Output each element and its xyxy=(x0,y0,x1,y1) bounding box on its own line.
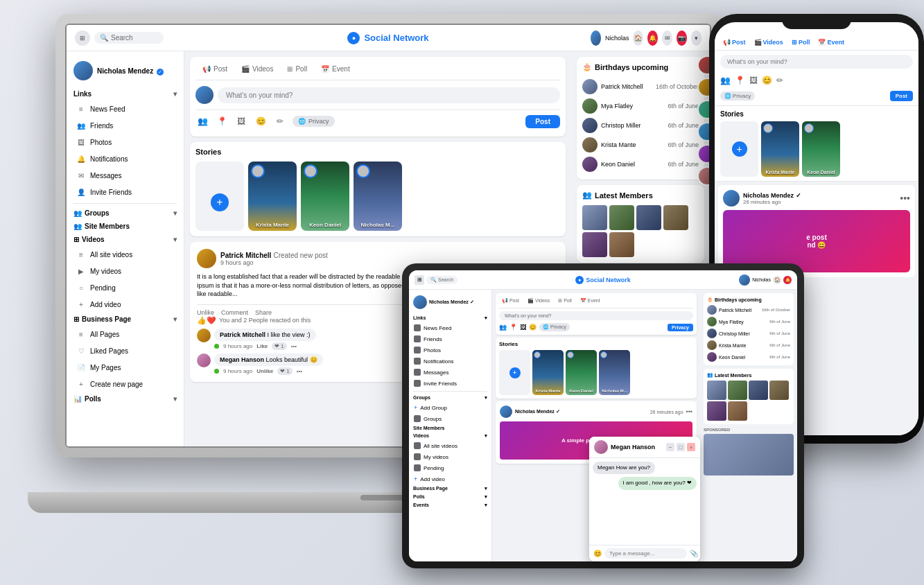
tablet-events-header[interactable]: Events▾ xyxy=(409,501,491,509)
more-icon-1[interactable]: ••• xyxy=(291,343,297,349)
tablet-pi-1[interactable]: 👥 xyxy=(499,324,507,331)
sidebar-item-likedpages[interactable]: ♡ Liked Pages xyxy=(67,342,184,359)
tablet-notif-icon[interactable]: 🔔 xyxy=(783,276,792,284)
tablet-pending[interactable]: Pending xyxy=(409,462,491,473)
phone-privacy-btn[interactable]: 🌐 Privacy xyxy=(720,91,755,101)
tablet-links-header[interactable]: Links▾ xyxy=(409,314,491,322)
sidebar-item-pending[interactable]: ○ Pending xyxy=(67,279,184,296)
sidebar-item-notifications[interactable]: 🔔 Notifications xyxy=(67,150,184,167)
pencil-action-icon[interactable]: ✏ xyxy=(273,114,287,128)
people-action-icon[interactable]: 👥 xyxy=(195,114,209,128)
phone-post-button[interactable]: Post xyxy=(890,91,913,101)
tablet-pi-2[interactable]: 📍 xyxy=(509,324,517,331)
tablet-pi-3[interactable]: 🖼 xyxy=(520,324,526,331)
tablet-m-3[interactable] xyxy=(749,381,768,400)
tablet-allvideos[interactable]: All site videos xyxy=(409,440,491,451)
chat-expand-btn[interactable]: □ xyxy=(677,443,685,451)
tablet-messages[interactable]: Messages xyxy=(409,367,491,378)
search-box[interactable]: 🔍 Search xyxy=(94,32,164,44)
sidebar-item-photos[interactable]: 🖼 Photos xyxy=(67,134,184,150)
phone-people-icon[interactable]: 👥 xyxy=(720,76,731,85)
tablet-polls-header[interactable]: Polls▾ xyxy=(409,493,491,501)
story-add-card[interactable]: + xyxy=(195,161,244,231)
tablet-friends[interactable]: Friends xyxy=(409,333,491,344)
phone-story-1[interactable]: Krista Mante xyxy=(761,121,799,177)
member-avatar-4[interactable] xyxy=(663,205,688,230)
sidebar-profile[interactable]: Nicholas Mendez ✓ xyxy=(67,57,184,85)
unlike-btn[interactable]: Unlike xyxy=(197,309,214,316)
tablet-story-2[interactable]: Keon Daniel xyxy=(566,350,597,395)
post-text-input[interactable] xyxy=(218,87,560,103)
menu-icon[interactable]: ⊞ xyxy=(75,30,90,46)
business-section-header[interactable]: ⊞ Business Page ▾ xyxy=(67,313,184,326)
tablet-videos-header[interactable]: Videos▾ xyxy=(409,432,491,440)
member-avatar-1[interactable] xyxy=(582,205,607,230)
story-card-3[interactable]: Nicholas M... xyxy=(354,161,402,231)
tablet-search[interactable]: 🔍 Search xyxy=(426,276,457,284)
tablet-tab-post[interactable]: 📢 Post xyxy=(499,297,522,305)
groups-section-header[interactable]: 👥 Groups ▾ xyxy=(67,207,184,220)
videos-section-header[interactable]: ⊞ Videos ▾ xyxy=(67,233,184,246)
phone-emoji-icon[interactable]: 😊 xyxy=(762,76,772,85)
polls-section-header[interactable]: 📊 Polls ▾ xyxy=(67,392,184,405)
tablet-post-input[interactable]: What's on your mind? xyxy=(499,311,693,320)
home-icon[interactable]: 🏠 xyxy=(633,30,643,46)
tablet-newsfeed[interactable]: News Feed xyxy=(409,322,491,333)
phone-tab-post[interactable]: 📢 Post xyxy=(720,37,749,47)
sidebar-item-allpages[interactable]: ≡ All Pages xyxy=(67,326,184,342)
chat-emoji-btn[interactable]: 😊 xyxy=(593,550,602,557)
phone-story-add[interactable]: + xyxy=(720,121,758,177)
sidebar-item-createnewpage[interactable]: + Create new page xyxy=(67,376,184,392)
tablet-photos[interactable]: Photos xyxy=(409,344,491,356)
tablet-invite[interactable]: Invite Friends xyxy=(409,378,491,389)
sidebar-item-invite[interactable]: 👤 Invite Friends xyxy=(67,184,184,200)
notification-nav-icon[interactable]: 🔔 xyxy=(647,30,658,46)
tablet-menu-icon[interactable]: ⊞ xyxy=(415,275,424,285)
tablet-groups[interactable]: Groups xyxy=(409,413,491,424)
tablet-m-6[interactable] xyxy=(728,401,747,421)
member-avatar-2[interactable] xyxy=(609,205,634,230)
dropdown-icon[interactable]: ▾ xyxy=(691,30,701,46)
privacy-btn[interactable]: 🌐 Privacy xyxy=(293,116,335,127)
phone-tab-videos[interactable]: 🎬 Videos xyxy=(751,37,786,47)
phone-story-2[interactable]: Keon Daniel xyxy=(802,121,840,177)
tablet-m-1[interactable] xyxy=(707,381,726,400)
phone-post-more[interactable]: ••• xyxy=(900,193,910,204)
tablet-tab-event[interactable]: 📅 Event xyxy=(577,297,603,305)
photo-action-icon[interactable]: 🖼 xyxy=(234,114,248,128)
comment-btn[interactable]: Comment xyxy=(221,309,248,316)
mail-icon[interactable]: ✉ xyxy=(662,30,672,46)
chat-attach-btn[interactable]: 📎 xyxy=(690,550,698,557)
site-members-header[interactable]: 👥 Site Members xyxy=(67,220,184,233)
share-btn[interactable]: Share xyxy=(255,309,272,316)
tablet-groups-header[interactable]: Groups▾ xyxy=(409,394,491,402)
camera-icon[interactable]: 📷 xyxy=(677,30,687,46)
sidebar-item-mypages[interactable]: 📄 My Pages xyxy=(67,359,184,376)
story-card-2[interactable]: Keon Daniel xyxy=(301,161,349,231)
nav-avatar[interactable] xyxy=(591,30,601,46)
tab-post[interactable]: 📢 Post xyxy=(195,62,234,76)
tablet-business-header[interactable]: Business Page▾ xyxy=(409,484,491,493)
links-section-header[interactable]: Links ▾ xyxy=(67,87,184,101)
tablet-sitemembers-header[interactable]: Site Members xyxy=(409,424,491,432)
phone-pencil-icon[interactable]: ✏ xyxy=(776,76,783,85)
tablet-post-more[interactable]: ••• xyxy=(686,408,692,415)
chat-input[interactable] xyxy=(604,548,687,559)
tab-event[interactable]: 📅 Event xyxy=(314,62,357,76)
sidebar-item-newsfeed[interactable]: ≡ News Feed xyxy=(67,101,184,117)
tab-videos[interactable]: 🎬 Videos xyxy=(234,62,280,76)
tablet-addgroup[interactable]: + Add Group xyxy=(409,402,491,413)
sidebar-item-myvideos[interactable]: ▶ My videos xyxy=(67,263,184,279)
tablet-pi-4[interactable]: 😊 xyxy=(529,324,537,331)
more-icon-2[interactable]: ••• xyxy=(297,368,302,374)
tablet-m-5[interactable] xyxy=(707,401,726,421)
tablet-m-4[interactable] xyxy=(769,381,789,400)
phone-tab-poll[interactable]: ⊞ Poll xyxy=(789,37,813,47)
tablet-story-3[interactable]: Nicholas M... xyxy=(599,350,630,395)
tablet-myvideos[interactable]: My videos xyxy=(409,451,491,462)
tablet-m-2[interactable] xyxy=(728,381,747,400)
member-avatar-6[interactable] xyxy=(609,232,634,257)
tab-poll[interactable]: ⊞ Poll xyxy=(280,62,314,76)
tablet-home-icon[interactable]: 🏠 xyxy=(773,276,781,284)
tablet-addvideo[interactable]: + Add video xyxy=(409,473,491,484)
